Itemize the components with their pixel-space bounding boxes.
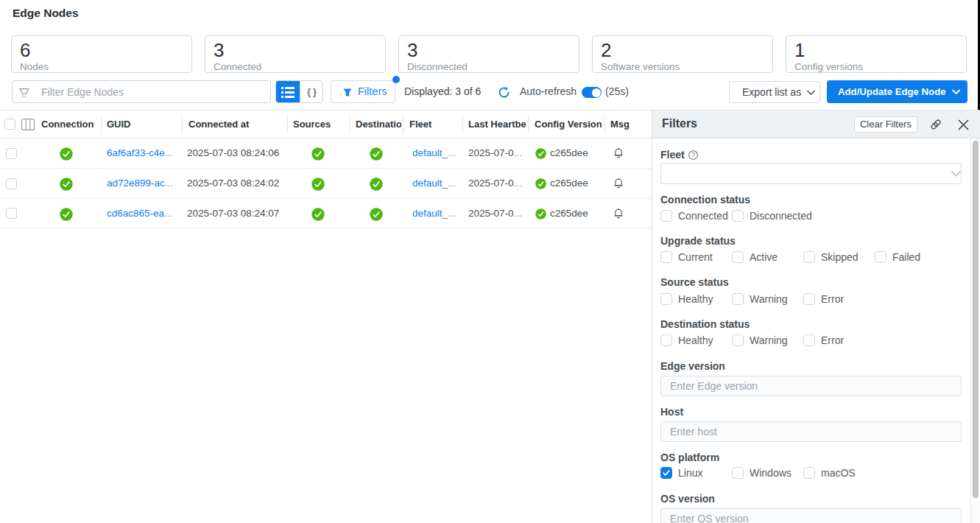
svg-text:?: ?	[691, 151, 695, 158]
